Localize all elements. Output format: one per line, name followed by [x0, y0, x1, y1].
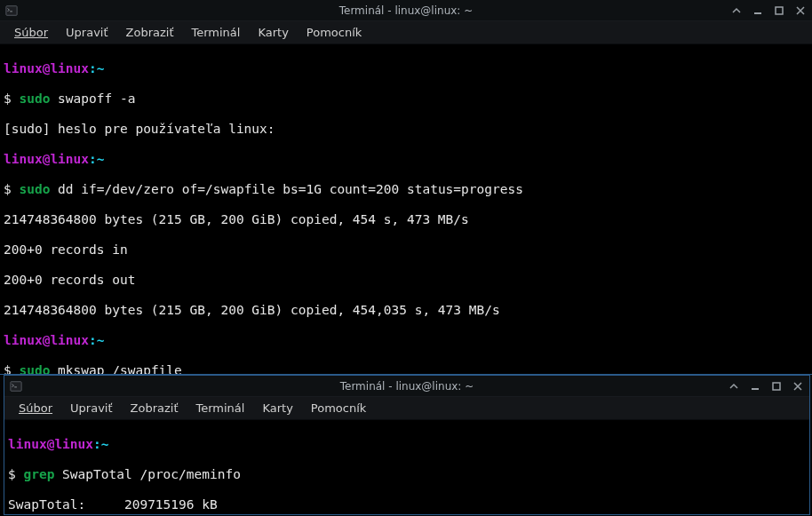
- minimize-button[interactable]: [752, 4, 764, 17]
- minimize-button[interactable]: [749, 380, 761, 393]
- prompt-line: linux@linux:~: [4, 61, 808, 76]
- window-title: Terminál - linux@linux: ~: [4, 380, 809, 393]
- menubar: Súbor Upraviť Zobraziť Terminál Karty Po…: [0, 21, 812, 44]
- terminal-window-2: Terminál - linux@linux: ~ Súbor Upraviť …: [4, 375, 810, 515]
- close-button[interactable]: [792, 380, 804, 393]
- terminal-body[interactable]: linux@linux:~ $ grep SwapTotal /proc/mem…: [4, 420, 809, 514]
- maximize-button[interactable]: [770, 380, 783, 393]
- titlebar[interactable]: Terminál - linux@linux: ~: [0, 0, 812, 21]
- terminal-icon: [10, 380, 22, 393]
- output-line: SwapTotal: 209715196 kB: [8, 497, 806, 512]
- rollup-button[interactable]: [728, 380, 740, 393]
- window-controls: [730, 4, 807, 17]
- command-line: $ grep SwapTotal /proc/meminfo: [8, 467, 806, 482]
- svg-rect-1: [754, 12, 761, 14]
- window-controls: [728, 380, 804, 393]
- prompt-line: linux@linux:~: [4, 152, 808, 167]
- prompt-line: linux@linux:~: [4, 333, 808, 348]
- output-line: 214748364800 bytes (215 GB, 200 GiB) cop…: [4, 303, 808, 318]
- menu-karty[interactable]: Karty: [251, 24, 295, 41]
- svg-rect-3: [11, 381, 21, 391]
- command-line: $ sudo dd if=/dev/zero of=/swapfile bs=1…: [4, 182, 808, 197]
- svg-rect-4: [752, 388, 759, 390]
- menu-zobrazit[interactable]: Zobraziť: [119, 24, 181, 41]
- menu-pomocnik[interactable]: Pomocník: [299, 24, 369, 41]
- output-line: 200+0 records in: [4, 242, 808, 258]
- menu-terminal[interactable]: Terminál: [185, 24, 248, 41]
- close-button[interactable]: [794, 4, 807, 17]
- menu-karty[interactable]: Karty: [255, 400, 299, 417]
- svg-rect-2: [776, 7, 783, 14]
- svg-rect-0: [6, 5, 17, 15]
- menu-pomocnik[interactable]: Pomocník: [304, 400, 373, 417]
- svg-rect-5: [773, 383, 780, 390]
- terminal-window-1: Terminál - linux@linux: ~ Súbor Upraviť …: [0, 0, 812, 375]
- menu-terminal[interactable]: Terminál: [189, 400, 252, 417]
- titlebar-left: [5, 4, 18, 17]
- menu-subor[interactable]: Súbor: [7, 24, 55, 41]
- command-line: $ sudo mkswap /swapfile: [4, 363, 808, 374]
- output-line: 214748364800 bytes (215 GB, 200 GiB) cop…: [4, 212, 808, 227]
- maximize-button[interactable]: [773, 4, 785, 17]
- menubar: Súbor Upraviť Zobraziť Terminál Karty Po…: [4, 397, 809, 420]
- titlebar-left: [10, 380, 22, 393]
- menu-subor[interactable]: Súbor: [12, 400, 60, 417]
- terminal-icon: [5, 4, 18, 17]
- menu-upravit[interactable]: Upraviť: [63, 400, 119, 417]
- menu-zobrazit[interactable]: Zobraziť: [123, 400, 186, 417]
- rollup-button[interactable]: [730, 4, 743, 17]
- output-line: 200+0 records out: [4, 273, 808, 288]
- command-line: $ sudo swapoff -a: [4, 91, 808, 107]
- titlebar[interactable]: Terminál - linux@linux: ~: [4, 376, 809, 397]
- window-title: Terminál - linux@linux: ~: [0, 4, 812, 17]
- terminal-body[interactable]: linux@linux:~ $ sudo swapoff -a [sudo] h…: [0, 44, 812, 374]
- output-line: [sudo] heslo pre používateľa linux:: [4, 122, 808, 137]
- menu-upravit[interactable]: Upraviť: [59, 24, 115, 41]
- prompt-line: linux@linux:~: [8, 437, 806, 452]
